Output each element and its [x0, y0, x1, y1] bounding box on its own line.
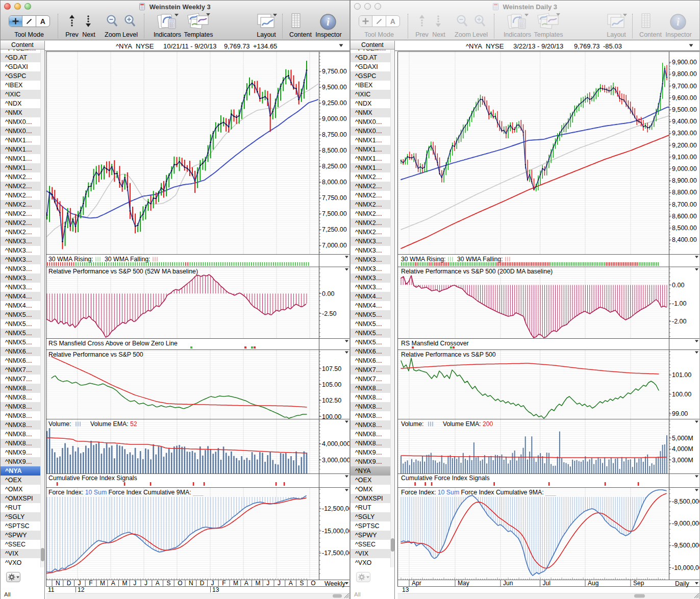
svg-text:M: M — [233, 580, 238, 587]
svg-text:0.00: 0.00 — [672, 282, 684, 289]
svg-text:101.00: 101.00 — [672, 371, 691, 379]
svg-text:8,900.00: 8,900.00 — [672, 177, 697, 184]
svg-text:4,000,000,0: 4,000,000,0 — [322, 440, 350, 447]
svg-text:A: A — [111, 580, 115, 587]
svg-text:7,500.00: 7,500.00 — [322, 210, 347, 217]
svg-text:9,400.00: 9,400.00 — [672, 118, 697, 125]
svg-text:Cumulative Force Index Signals: Cumulative Force Index Signals — [401, 475, 490, 482]
svg-text:8,500.00: 8,500.00 — [322, 147, 347, 154]
svg-text:O: O — [311, 580, 315, 587]
svg-text:i: i — [327, 16, 330, 28]
svg-text:8,700.00: 8,700.00 — [672, 201, 697, 208]
svg-text:9,100.00: 9,100.00 — [672, 154, 697, 161]
svg-text:Relative Performance vs S&P 50: Relative Performance vs S&P 500 (200D MA… — [401, 268, 553, 275]
svg-text:A: A — [244, 580, 248, 587]
svg-text:3,000,000,0: 3,000,000,0 — [322, 457, 350, 464]
svg-text:Volume EMA: 200: Volume EMA: 200 — [443, 420, 493, 428]
svg-text:Force Index: 10 Sum Force: Force Index: 10 Sum Force Index Cumulati… — [401, 489, 556, 496]
svg-text:Aug: Aug — [588, 580, 598, 587]
svg-text:9,250.00: 9,250.00 — [322, 99, 347, 107]
svg-text:S: S — [167, 580, 171, 587]
svg-text:J: J — [78, 580, 81, 587]
svg-text:-9,000,000: -9,000,000 — [672, 520, 700, 527]
svg-text:3,000M: 3,000M — [672, 457, 693, 464]
svg-text:Relative Performance vs S&P 50: Relative Performance vs S&P 500 — [48, 351, 143, 358]
svg-text:105.00: 105.00 — [322, 381, 341, 388]
svg-text:Volume EMA: 52: Volume EMA: 52 — [90, 420, 137, 428]
svg-text:-10,000,000: -10,000,000 — [672, 564, 700, 571]
svg-text:30 WMA Falling:: 30 WMA Falling: — [105, 256, 151, 263]
svg-text:O: O — [178, 580, 182, 587]
svg-text:9,750.00: 9,750.00 — [322, 68, 347, 75]
svg-text:9,500.00: 9,500.00 — [672, 106, 697, 113]
svg-text:N: N — [56, 580, 60, 587]
svg-text:-2.50: -2.50 — [322, 310, 337, 317]
svg-text:9,200.00: 9,200.00 — [672, 142, 697, 149]
svg-text:J: J — [211, 580, 214, 587]
svg-text:A: A — [289, 580, 293, 587]
svg-text:Relative Performance vs S&P 50: Relative Performance vs S&P 500 (52W MA … — [48, 268, 198, 275]
svg-text:M: M — [256, 580, 261, 587]
svg-text:N: N — [189, 580, 193, 587]
svg-text:9,500.00: 9,500.00 — [322, 84, 347, 91]
svg-text:J: J — [266, 580, 269, 587]
svg-text:9,000.00: 9,000.00 — [322, 115, 347, 122]
svg-text:Relative Performance vs S&P 50: Relative Performance vs S&P 500 — [401, 351, 496, 358]
svg-text:100.00: 100.00 — [322, 413, 341, 420]
svg-text:8,600.00: 8,600.00 — [672, 213, 697, 220]
svg-text:-8,500,000: -8,500,000 — [672, 498, 700, 505]
svg-text:30 WMA Rising:: 30 WMA Rising: — [401, 256, 445, 263]
svg-text:A: A — [156, 580, 160, 587]
svg-text:0.00: 0.00 — [322, 290, 334, 297]
svg-text:-1.00: -1.00 — [672, 300, 687, 307]
svg-text:11: 11 — [48, 586, 55, 593]
svg-text:8,000.00: 8,000.00 — [322, 179, 347, 186]
svg-text:F: F — [222, 580, 226, 587]
svg-text:30 WMA Rising:: 30 WMA Rising: — [48, 256, 93, 263]
svg-text:J: J — [278, 580, 281, 587]
svg-text:RS Mansfield Crossover: RS Mansfield Crossover — [401, 340, 469, 347]
svg-text:9,600.00: 9,600.00 — [672, 94, 697, 102]
svg-text:RS Mansfield Cross Above or Be: RS Mansfield Cross Above or Below Zero L… — [48, 340, 178, 347]
svg-text:9,900.00: 9,900.00 — [672, 59, 697, 66]
svg-text:-12,500,000: -12,500,000 — [322, 505, 350, 512]
svg-text:8,250.00: 8,250.00 — [322, 163, 347, 170]
svg-text:Force Index: 10 Sum Force: Force Index: 10 Sum Force Index Cumulati… — [48, 489, 204, 496]
svg-text:7,250.00: 7,250.00 — [322, 226, 347, 233]
svg-text:Sep: Sep — [633, 580, 644, 587]
svg-text:9,800.00: 9,800.00 — [672, 70, 697, 78]
svg-text:-2.00: -2.00 — [672, 318, 687, 325]
svg-text:99.00: 99.00 — [672, 410, 688, 417]
svg-text:F: F — [89, 580, 92, 587]
svg-text:-15,000,000: -15,000,000 — [322, 528, 350, 535]
svg-text:7,000.00: 7,000.00 — [322, 242, 347, 249]
svg-text:4,000M: 4,000M — [672, 445, 693, 453]
svg-text:8,400.00: 8,400.00 — [672, 236, 697, 243]
svg-text:9,300.00: 9,300.00 — [672, 130, 697, 137]
svg-text:8,750.00: 8,750.00 — [322, 131, 347, 138]
svg-text:8,500.00: 8,500.00 — [672, 224, 697, 232]
svg-text:Jun: Jun — [503, 580, 513, 587]
svg-text:-9,500,000: -9,500,000 — [672, 542, 700, 549]
svg-text:100.00: 100.00 — [672, 391, 691, 398]
svg-text:13: 13 — [212, 586, 219, 593]
svg-text:Jul: Jul — [543, 580, 551, 587]
svg-text:M: M — [100, 580, 105, 587]
svg-text:Weekly: Weekly — [324, 580, 346, 587]
svg-text:J: J — [144, 580, 147, 587]
svg-text:7,750.00: 7,750.00 — [322, 194, 347, 202]
svg-text:i: i — [677, 16, 680, 28]
svg-text:D: D — [67, 580, 71, 587]
svg-text:M: M — [122, 580, 128, 587]
svg-text:D: D — [200, 580, 205, 587]
svg-text:9,000.00: 9,000.00 — [672, 165, 697, 172]
svg-text:Apr: Apr — [412, 580, 421, 587]
svg-text:13: 13 — [402, 586, 409, 593]
svg-text:S: S — [300, 580, 304, 587]
svg-text:107.50: 107.50 — [322, 365, 341, 372]
svg-text:Cumulative Force Index Signals: Cumulative Force Index Signals — [48, 475, 137, 482]
svg-text:Daily: Daily — [675, 580, 690, 587]
svg-text:5,000M: 5,000M — [672, 435, 693, 442]
svg-text:-17,500,000: -17,500,000 — [322, 550, 350, 557]
svg-text:May: May — [458, 580, 469, 587]
